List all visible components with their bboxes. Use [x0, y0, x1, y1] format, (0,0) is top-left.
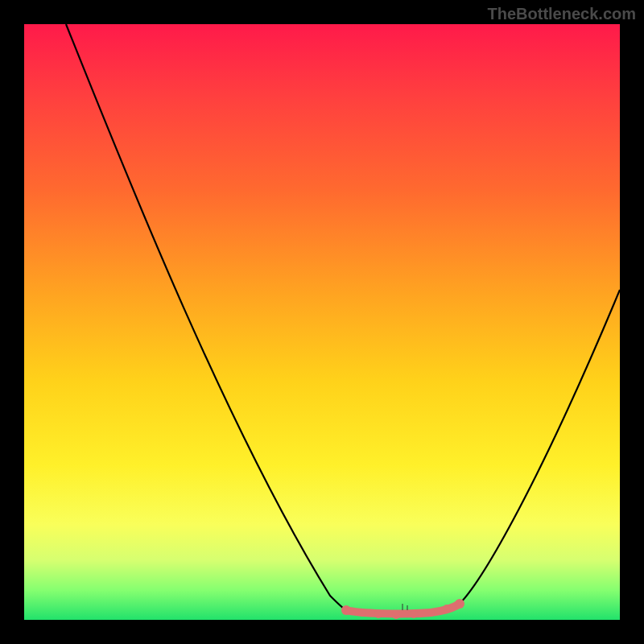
bottleneck-curve — [24, 24, 620, 620]
svg-point-7 — [455, 599, 464, 609]
svg-point-1 — [358, 609, 366, 617]
right-curve — [460, 290, 620, 604]
valley-tick — [402, 604, 407, 610]
left-curve — [66, 24, 346, 610]
svg-point-2 — [374, 610, 382, 618]
svg-point-3 — [392, 611, 400, 619]
svg-point-0 — [341, 605, 351, 615]
chart-container: TheBottleneck.com — [0, 0, 644, 644]
watermark-text: TheBottleneck.com — [488, 5, 636, 23]
svg-point-5 — [427, 609, 435, 617]
svg-point-4 — [410, 610, 418, 618]
svg-point-6 — [443, 605, 451, 613]
plot-area — [24, 24, 620, 620]
